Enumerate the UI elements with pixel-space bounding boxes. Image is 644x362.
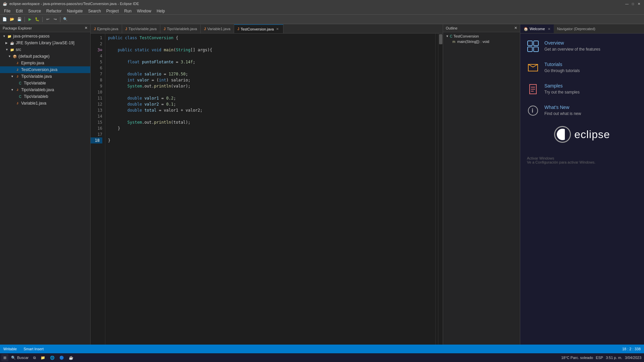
welcome-whats-new[interactable]: i What's New Find out what is new <box>527 105 637 117</box>
taskbar-edge[interactable]: 🌐 <box>48 354 57 361</box>
new-button[interactable]: 📄 <box>1 16 8 23</box>
package-explorer-title: Package Explorer <box>3 26 32 30</box>
taskbar-explorer[interactable]: 📁 <box>39 354 47 361</box>
outline-class[interactable]: ▼ C TestConversion <box>444 34 519 39</box>
menu-refactor[interactable]: Refactor <box>44 8 64 14</box>
code-content[interactable]: public class TestConversion { public sta… <box>105 34 435 353</box>
svg-rect-2 <box>528 47 532 52</box>
menu-edit[interactable]: Edit <box>13 8 25 14</box>
window-controls[interactable]: — □ ✕ <box>625 1 641 6</box>
welcome-tab-close[interactable]: ✕ <box>548 27 550 31</box>
package-explorer-close[interactable]: ✕ <box>85 26 88 30</box>
whats-new-icon: i <box>527 105 539 117</box>
tree-tipovariable[interactable]: ▼JTipoVariable.java <box>0 73 90 80</box>
tab-testconversion[interactable]: J TestConversion.java ✕ <box>234 24 284 33</box>
explorer-icon: 📁 <box>41 356 45 360</box>
toolbar: 📄 📂 💾 ▶ 🐛 ↩ ↪ 🔍 <box>0 15 644 24</box>
svg-rect-0 <box>528 41 532 46</box>
minimize-button[interactable]: — <box>625 1 629 6</box>
app-icon: ☕ <box>3 2 7 6</box>
package-explorer-header: Package Explorer ✕ <box>0 24 90 32</box>
outline-expand-icon: ▼ <box>446 35 449 38</box>
tab-testconversion-close[interactable]: ✕ <box>275 27 280 32</box>
tree-jre[interactable]: ▶☕JRE System Library [JavaSE-19] <box>0 40 90 46</box>
maximize-button[interactable]: □ <box>631 1 635 6</box>
tree-project[interactable]: ▼📁java-primeros-pasos <box>0 33 90 40</box>
welcome-tab[interactable]: 🏠 Welcome ✕ <box>520 24 554 33</box>
taskbar-eclipse[interactable]: ☕ <box>67 354 75 361</box>
welcome-samples[interactable]: Samples Try out the samples <box>527 83 637 95</box>
outline-header: Outline ✕ <box>443 24 520 32</box>
samples-icon <box>527 83 539 95</box>
samples-title: Samples <box>544 83 580 88</box>
status-smart-insert: Smart Insert <box>23 347 44 351</box>
tree-testconversion[interactable]: JTestConversion.java <box>0 66 90 73</box>
menu-navigate[interactable]: Navigate <box>64 8 85 14</box>
taskbar-start[interactable]: ⊞ <box>1 354 8 361</box>
overview-title: Overview <box>544 40 600 46</box>
whats-new-title: What's New <box>544 105 581 110</box>
menu-file[interactable]: File <box>1 8 13 14</box>
tab-tipovariableb[interactable]: J TipoVariableb.java <box>160 24 201 33</box>
menu-project[interactable]: Project <box>104 8 121 14</box>
outline-class-icon: C <box>450 34 452 38</box>
tab-testconversion-icon: J <box>237 27 239 31</box>
tree-tipovariable-class[interactable]: CTipoVariable <box>0 80 90 86</box>
window-title: ☕ eclipse-workspace - java-primeros-paso… <box>3 2 139 6</box>
outline-method-name: main(String[]) : void <box>456 40 489 44</box>
tab-ejemplo-icon: J <box>94 27 96 31</box>
open-button[interactable]: 📂 <box>9 16 15 23</box>
status-bar: Writable Smart Insert 18 : 2 : 338 <box>0 345 644 353</box>
search-button[interactable]: 🔍 <box>62 16 69 23</box>
editor-scrollbar[interactable] <box>438 34 443 353</box>
chrome-icon: 🔵 <box>59 356 64 360</box>
whats-new-desc: Find out what is new <box>544 111 581 116</box>
menu-search[interactable]: Search <box>86 8 104 14</box>
welcome-panel: 🏠 Welcome ✕ Navigator (Deprecated) <box>520 24 644 353</box>
taskbar-search[interactable]: 🔍 Buscar <box>9 354 31 361</box>
tree-tipovariableb[interactable]: ▼JTipoVariableb.java <box>0 86 90 93</box>
title-text: eclipse-workspace - java-primeros-pasos/… <box>9 2 139 6</box>
close-button[interactable]: ✕ <box>637 1 641 6</box>
eclipse-logo-cut <box>565 126 571 143</box>
whats-new-text: What's New Find out what is new <box>544 105 581 116</box>
tab-ejemplo[interactable]: J Ejemplo.java <box>91 24 122 33</box>
tab-variable1[interactable]: J Variable1.java <box>201 24 234 33</box>
outline-method[interactable]: m main(String[]) : void <box>444 39 519 44</box>
windows-icon: ⊞ <box>3 356 6 360</box>
taskbar-right: 18°C Parc. soleado ESP 3:51 p. m. 3/04/2… <box>561 356 643 360</box>
tree-default-package[interactable]: ▼📦(default package) <box>0 53 90 60</box>
svg-rect-3 <box>534 47 538 52</box>
debug-button[interactable]: 🐛 <box>34 16 41 23</box>
tree-variable1[interactable]: JVariable1.java <box>0 100 90 107</box>
overview-desc: Get an overview of the features <box>544 47 600 52</box>
status-position: 18 : 2 : 338 <box>622 347 641 351</box>
menu-help[interactable]: Help <box>154 8 168 14</box>
tree-src[interactable]: ▼📁src <box>0 46 90 53</box>
tutorials-icon <box>527 62 539 74</box>
menu-run[interactable]: Run <box>121 8 134 14</box>
taskbar-taskview[interactable]: ⧉ <box>31 354 38 361</box>
menu-source[interactable]: Source <box>25 8 44 14</box>
redo-button[interactable]: ↪ <box>52 16 58 23</box>
welcome-tutorials[interactable]: Tutorials Go through tutorials <box>527 62 637 74</box>
tree-tipovariableb-class[interactable]: CTipoVariableb <box>0 93 90 100</box>
tab-tipovariable[interactable]: J TipoVariable.java <box>122 24 160 33</box>
menu-window[interactable]: Window <box>134 8 154 14</box>
outline-class-name: TestConversion <box>453 34 479 38</box>
system-date: 3/04/2023 <box>625 356 641 360</box>
eclipse-wordmark: eclipse <box>574 128 610 141</box>
toolbar-sep-3 <box>60 17 60 22</box>
tree-ejemplo[interactable]: JEjemplo.java <box>0 60 90 66</box>
welcome-overview[interactable]: Overview Get an overview of the features <box>527 40 637 52</box>
menu-bar: File Edit Source Refactor Navigate Searc… <box>0 7 644 15</box>
annotation-marker <box>435 34 438 353</box>
undo-button[interactable]: ↩ <box>44 16 51 23</box>
run-button[interactable]: ▶ <box>26 16 33 23</box>
activate-line1: Activar Windows <box>527 156 637 160</box>
save-button[interactable]: 💾 <box>16 16 23 23</box>
taskbar-chrome[interactable]: 🔵 <box>57 354 66 361</box>
editor-tabs: J Ejemplo.java J TipoVariable.java J Tip… <box>91 24 443 34</box>
outline-close[interactable]: ✕ <box>514 26 517 30</box>
navigator-tab[interactable]: Navigator (Deprecated) <box>554 24 599 33</box>
